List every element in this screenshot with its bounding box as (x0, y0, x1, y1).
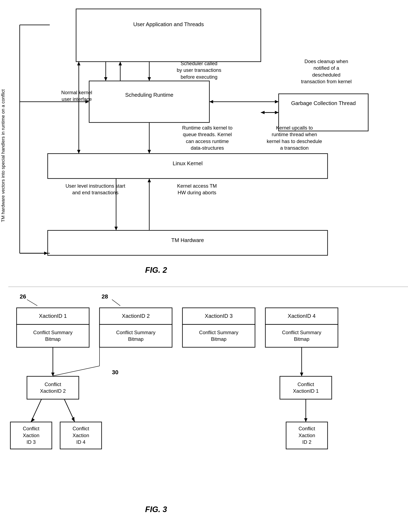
user-app-label: User Application and Threads (85, 21, 253, 28)
kernel-access-label: Kernel access TMHW during aborts (158, 183, 236, 196)
does-cleanup-label: Does cleanup whennotified of adeschedule… (279, 58, 374, 85)
svg-marker-11 (119, 62, 122, 65)
csb-3: Conflict SummaryBitmap (182, 324, 255, 347)
conflict-xid2-right: ConflictXactionID 2 (286, 422, 328, 449)
csb-4: Conflict SummaryBitmap (265, 324, 338, 347)
kernel-upcalls-label: Kernel upcalls toruntime thread whenkern… (255, 124, 334, 151)
xaction-id-3: XactionID 3 (182, 308, 255, 324)
svg-marker-24 (261, 111, 264, 114)
svg-marker-9 (104, 77, 107, 81)
fig3-title: FIG. 3 (145, 505, 167, 514)
tm-hw-label: TM Hardware (52, 237, 323, 244)
scheduling-label: Scheduling Runtime (93, 91, 205, 99)
conflict-xid4: ConflictXactionID 4 (60, 422, 102, 449)
svg-rect-1 (89, 81, 209, 123)
svg-marker-50 (31, 418, 35, 422)
svg-line-51 (64, 399, 75, 422)
conflict-xid2: ConflictXactionID 2 (27, 376, 79, 399)
runtime-calls-label: Runtime calls kernel toqueue threads. Ke… (158, 124, 257, 151)
svg-line-58 (112, 300, 120, 306)
svg-marker-16 (148, 150, 151, 154)
conflict-xid3: ConflictXactionID 3 (10, 422, 52, 449)
scheduler-called-label: Scheduler calledby user transactionsbefo… (160, 60, 238, 80)
svg-marker-52 (72, 417, 75, 422)
gc-label: Garbage Collection Thread (283, 100, 364, 107)
svg-text:30: 30 (112, 369, 118, 375)
marker-26: 26 (20, 293, 26, 300)
fig2-title: FIG. 2 (145, 266, 167, 275)
svg-marker-18 (114, 227, 118, 231)
normal-kernel-label: Normal kerneluser interface (58, 89, 95, 103)
fig3-diagram: 30 XactionID 1 Conflict SummaryBitmap Xa… (0, 287, 408, 532)
svg-marker-22 (275, 111, 279, 114)
svg-marker-20 (148, 178, 151, 182)
csb-2: Conflict SummaryBitmap (100, 324, 172, 347)
user-level-label: User level instructions startand end tra… (50, 183, 141, 196)
conflict-xid1-right: ConflictXactionID 1 (280, 376, 332, 399)
svg-marker-54 (300, 372, 303, 376)
svg-line-49 (31, 399, 42, 422)
tm-hardware-vectors-label: TM hardware vectors into special handler… (0, 83, 19, 228)
fig2-diagram: User Application and Threads Scheduling … (0, 0, 408, 286)
svg-marker-29 (148, 77, 151, 81)
svg-marker-26 (275, 100, 279, 103)
svg-marker-13 (77, 150, 80, 154)
svg-line-57 (27, 300, 37, 306)
svg-line-60 (53, 366, 100, 376)
xaction-id-1: XactionID 1 (17, 308, 89, 324)
csb-1: Conflict SummaryBitmap (17, 324, 89, 347)
xaction-id-4: XactionID 4 (265, 308, 338, 324)
svg-marker-31 (44, 252, 48, 255)
svg-marker-48 (51, 372, 55, 376)
xaction-id-2: XactionID 2 (100, 308, 172, 324)
svg-marker-14 (77, 62, 80, 65)
marker-28: 28 (102, 293, 108, 300)
svg-marker-56 (304, 418, 307, 422)
linux-label: Linux Kernel (52, 160, 323, 167)
svg-rect-0 (76, 9, 261, 62)
svg-marker-27 (209, 100, 213, 103)
